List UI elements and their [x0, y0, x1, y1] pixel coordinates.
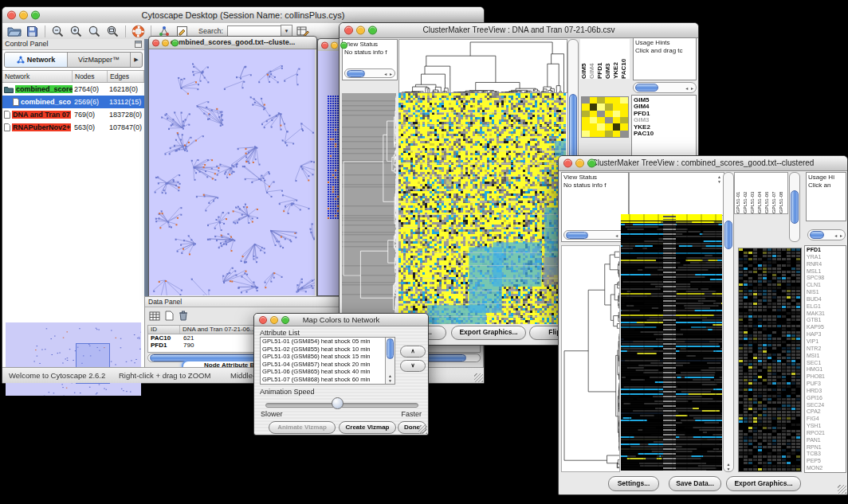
save-data-button[interactable]: Save Data... — [669, 476, 721, 491]
move-up-button[interactable]: ∧ — [400, 346, 426, 357]
network-view-title-bar[interactable]: combined_scores_good.txt--cluste... — [149, 37, 316, 49]
close-button[interactable] — [321, 41, 328, 49]
global-heatmap[interactable] — [398, 93, 566, 324]
export-graphics-button[interactable]: Export Graphics... — [451, 326, 526, 340]
matrix-cell[interactable] — [582, 97, 590, 104]
matrix-cell[interactable] — [590, 97, 598, 104]
scroll-thumb[interactable] — [566, 232, 588, 239]
matrix-cell[interactable] — [590, 123, 598, 130]
gene-label[interactable]: HMG1 — [805, 366, 846, 373]
minimize-button[interactable] — [356, 26, 365, 35]
attribute-item[interactable]: GPL51-04 (GSM857) heat shock 20 min — [261, 361, 395, 369]
close-button[interactable] — [7, 11, 16, 20]
gene-label[interactable]: YSH1 — [805, 423, 846, 430]
matrix-cell[interactable] — [597, 97, 605, 104]
column-label[interactable]: GPL51-08 (GSM872) — [778, 173, 785, 213]
gene-label[interactable]: MSL1 — [805, 268, 846, 275]
matrix-cell[interactable] — [597, 104, 605, 110]
scroll-arrows-icon[interactable]: ◂ ▸ — [685, 85, 696, 91]
matrix-cell[interactable] — [613, 97, 621, 104]
scroll-thumb[interactable] — [810, 231, 824, 239]
attribute-item[interactable]: GPL51-06 (GSM865) heat shock 40 min — [261, 368, 395, 376]
close-button[interactable] — [152, 39, 159, 46]
attribute-item[interactable]: GPL51-03 (GSM856) heat shock 15 min — [261, 353, 395, 361]
column-dendrogram-area[interactable]: ▲▼ — [629, 172, 724, 216]
column-label[interactable]: YKE2 — [612, 39, 620, 79]
minimize-button[interactable] — [162, 39, 169, 46]
gene-label[interactable]: RNR4 — [805, 261, 846, 268]
column-dendrogram[interactable] — [398, 39, 567, 93]
zoom-window-button[interactable] — [340, 41, 347, 49]
gene-label[interactable]: SPC98 — [805, 275, 846, 282]
matrix-cell[interactable] — [605, 131, 613, 137]
scroll-thumb[interactable] — [791, 190, 799, 224]
view-status-hscrollbar[interactable]: ◂ ▸ — [344, 68, 395, 78]
attribute-listbox[interactable]: GPL51-01 (GSM854) heat shock 05 minGPL51… — [260, 337, 395, 385]
scroll-arrows-icon[interactable]: ▲▼ — [724, 462, 733, 471]
gene-label[interactable]: PUF3 — [805, 381, 846, 388]
zoom-window-button[interactable] — [368, 26, 377, 35]
treeview1-title-bar[interactable]: ClusterMaker TreeView : DNA and Tran 07-… — [340, 23, 698, 38]
network-view-canvas[interactable] — [149, 49, 315, 295]
gene-label[interactable]: VIP1 — [805, 338, 846, 346]
column-header-edges[interactable]: Edges — [108, 71, 144, 82]
matrix-cell[interactable] — [605, 111, 613, 117]
matrix-cell[interactable] — [605, 117, 613, 123]
zoom-fit-button[interactable] — [86, 24, 103, 38]
close-button[interactable] — [259, 316, 267, 324]
attribute-item[interactable]: GPL51-01 (GSM854) heat shock 05 min — [261, 338, 395, 346]
gene-label[interactable]: RPN1 — [805, 444, 846, 451]
matrix-cell[interactable] — [582, 111, 590, 117]
gene-label[interactable]: TCB3 — [805, 451, 846, 458]
zoom-out-button[interactable] — [49, 24, 66, 38]
matrix-cell[interactable] — [582, 131, 590, 137]
resize-grip[interactable] — [838, 485, 846, 494]
column-label[interactable]: GIM5 — [580, 39, 588, 79]
zoom-window-button[interactable] — [587, 159, 596, 168]
column-label[interactable]: PFD1 — [596, 39, 604, 79]
tab-overflow-button[interactable]: ▶ — [130, 53, 142, 67]
float-panel-icon[interactable] — [135, 41, 142, 48]
matrix-cell[interactable] — [582, 117, 590, 123]
gene-label[interactable]: RPO21 — [805, 430, 846, 437]
matrix-cell[interactable] — [590, 111, 598, 117]
matrix-cell[interactable] — [597, 123, 605, 130]
gene-label[interactable]: SEC24 — [805, 402, 846, 409]
zoom-hscrollbar[interactable]: ◂ ▸ — [807, 229, 846, 240]
matrix-cell[interactable] — [590, 117, 598, 123]
gene-label[interactable]: BUD4 — [805, 296, 846, 303]
zoom-column-labels[interactable]: GPL51-01 (GSM854)GPL51-02 (GSM855)GPL51-… — [734, 172, 788, 214]
scroll-arrows-icon[interactable]: ◂ ▸ — [384, 71, 395, 76]
gene-label[interactable]: CPA2 — [805, 408, 846, 416]
attribute-item[interactable]: GPL51-07 (GSM868) heat shock 60 min — [261, 376, 395, 384]
gene-label[interactable]: PAN1 — [805, 437, 846, 444]
global-heatmap[interactable] — [621, 214, 722, 471]
matrix-cell[interactable] — [620, 104, 628, 110]
network-tree-row[interactable]: combined_scores 2764(0) 16218(0) — [2, 83, 144, 96]
zoom-column-labels[interactable]: GIM5GIM4PFD1GIM3YKE2PAC10 — [580, 39, 630, 79]
attribute-select-icon[interactable] — [149, 310, 160, 324]
matrix-cell[interactable] — [582, 123, 590, 130]
gene-label[interactable]: FIG4 — [805, 416, 846, 423]
column-label[interactable]: GPL51-07 (GSM868) — [771, 173, 778, 213]
help-icon[interactable] — [130, 24, 147, 38]
gene-label[interactable]: SEC1 — [805, 360, 846, 367]
gene-label[interactable]: PFD1 — [805, 247, 846, 254]
zoom-window-button[interactable] — [31, 11, 40, 20]
matrix-cell[interactable] — [620, 97, 628, 104]
gene-label[interactable]: MSI1 — [805, 353, 846, 360]
zoom-heatmap[interactable] — [738, 248, 802, 472]
gene-label[interactable]: PHO81 — [805, 373, 846, 381]
gene-label[interactable]: KAP95 — [805, 324, 846, 331]
column-label[interactable]: GPL51-03 (GSM856) — [749, 173, 756, 213]
export-graphics-button[interactable]: Export Graphics... — [726, 476, 801, 491]
close-button[interactable] — [563, 159, 572, 168]
gene-label[interactable]: GTB1 — [805, 317, 846, 324]
heatmap-vscrollbar[interactable]: ▲▼ — [723, 172, 734, 472]
column-label[interactable]: GPL51-04 (GSM857) — [756, 173, 764, 213]
column-header-network[interactable]: Network — [2, 71, 73, 82]
gene-label[interactable]: MON2 — [805, 465, 846, 472]
column-label[interactable]: GPL51-02 (GSM855) — [742, 173, 749, 213]
move-down-button[interactable]: ∨ — [400, 360, 426, 372]
treeview2-title-bar[interactable]: ClusterMaker TreeView : combined_scores_… — [559, 156, 847, 171]
